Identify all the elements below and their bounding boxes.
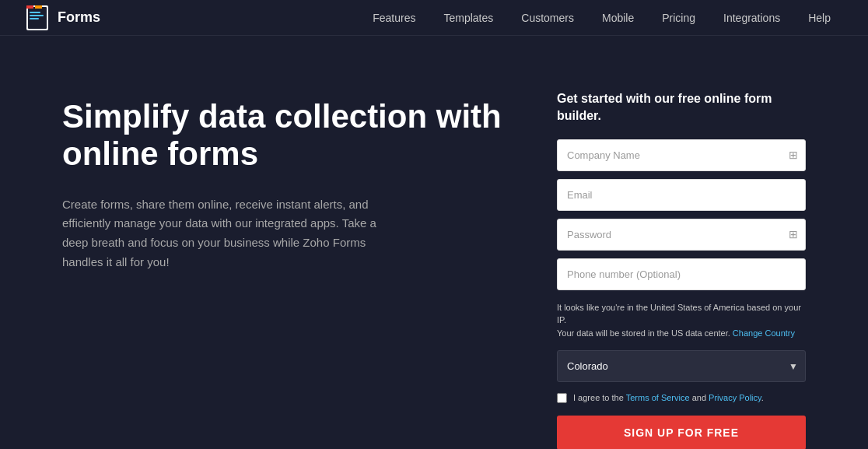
brand: Forms xyxy=(23,4,100,32)
main-content: Simplify data collection with online for… xyxy=(0,36,868,449)
hero-description: Create forms, share them online, receive… xyxy=(62,195,404,272)
password-input[interactable] xyxy=(557,219,806,251)
svg-rect-5 xyxy=(30,15,44,16)
nav-link-help[interactable]: Help xyxy=(794,0,845,36)
hero-title: Simplify data collection with online for… xyxy=(62,98,510,174)
form-title: Get started with our free online form bu… xyxy=(557,90,806,125)
nav-link-mobile[interactable]: Mobile xyxy=(588,0,648,36)
email-field xyxy=(557,179,806,211)
terms-row: I agree to the Terms of Service and Priv… xyxy=(557,391,806,405)
phone-input[interactable] xyxy=(557,258,806,290)
svg-rect-4 xyxy=(30,12,40,13)
signup-form: ⊞ ⊞ It looks like you're in the United S… xyxy=(557,139,806,449)
terms-checkbox[interactable] xyxy=(557,393,567,403)
terms-prefix: I agree to the xyxy=(573,393,624,402)
hero-section: Simplify data collection with online for… xyxy=(62,82,510,449)
signup-panel: Get started with our free online form bu… xyxy=(557,82,806,449)
geo-notice-line1: It looks like you're in the United State… xyxy=(557,303,801,325)
country-select-wrapper: Colorado California New York Texas ▼ xyxy=(557,350,806,382)
brand-logo-icon xyxy=(23,4,51,32)
nav-link-templates[interactable]: Templates xyxy=(429,0,507,36)
email-input[interactable] xyxy=(557,179,806,211)
change-country-link[interactable]: Change Country xyxy=(733,328,795,338)
brand-name: Forms xyxy=(58,9,100,26)
company-name-field: ⊞ xyxy=(557,139,806,171)
geo-notice-line2: Your data will be stored in the US data … xyxy=(557,328,730,338)
nav-item-integrations[interactable]: Integrations xyxy=(709,0,794,36)
geo-notice: It looks like you're in the United State… xyxy=(557,301,806,340)
nav-item-mobile[interactable]: Mobile xyxy=(588,0,648,36)
navbar: Forms Features Templates Customers Mobil… xyxy=(0,0,868,36)
svg-rect-3 xyxy=(35,5,42,9)
nav-item-features[interactable]: Features xyxy=(359,0,429,36)
privacy-policy-link[interactable]: Privacy Policy xyxy=(709,393,761,402)
nav-item-templates[interactable]: Templates xyxy=(429,0,507,36)
terms-and: and xyxy=(692,393,706,402)
nav-item-help[interactable]: Help xyxy=(794,0,845,36)
svg-rect-6 xyxy=(30,18,39,19)
password-field: ⊞ xyxy=(557,219,806,251)
password-input-icon: ⊞ xyxy=(789,228,798,240)
company-input-icon: ⊞ xyxy=(789,149,798,161)
nav-item-customers[interactable]: Customers xyxy=(507,0,588,36)
phone-field xyxy=(557,258,806,290)
terms-of-service-link[interactable]: Terms of Service xyxy=(626,393,690,402)
nav-link-features[interactable]: Features xyxy=(359,0,429,36)
terms-text: I agree to the Terms of Service and Priv… xyxy=(573,391,764,405)
country-select[interactable]: Colorado California New York Texas xyxy=(557,350,806,382)
nav-link-customers[interactable]: Customers xyxy=(507,0,588,36)
nav-item-pricing[interactable]: Pricing xyxy=(648,0,709,36)
svg-rect-2 xyxy=(26,5,33,9)
nav-menu: Features Templates Customers Mobile Pric… xyxy=(359,0,845,36)
nav-link-integrations[interactable]: Integrations xyxy=(709,0,794,36)
signup-button[interactable]: SIGN UP FOR FREE xyxy=(557,416,806,449)
company-name-input[interactable] xyxy=(557,139,806,171)
nav-link-pricing[interactable]: Pricing xyxy=(648,0,709,36)
